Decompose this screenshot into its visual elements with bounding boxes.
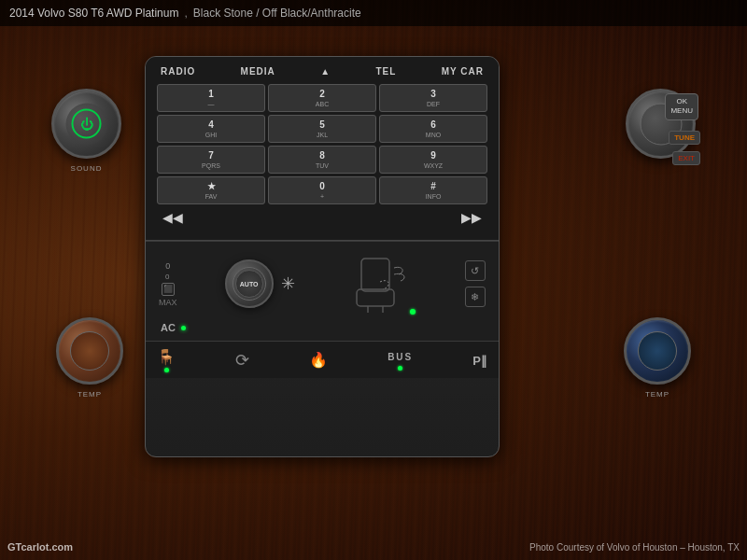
parking-button[interactable]: P‖ bbox=[472, 352, 487, 369]
key-0[interactable]: 0+ bbox=[268, 176, 376, 204]
recirculate-button[interactable]: ↺ bbox=[465, 260, 486, 281]
climate-section: 0 0 ⬛ MAX AUTO bbox=[146, 242, 499, 341]
seat-heat-left-button[interactable]: 🪑 bbox=[157, 348, 176, 372]
auto-label: AUTO bbox=[240, 281, 259, 287]
key-8[interactable]: 8TUV bbox=[268, 146, 376, 174]
left-temp-knob[interactable]: TEMP bbox=[56, 317, 123, 385]
svg-rect-0 bbox=[361, 259, 389, 291]
mycar-button[interactable]: MY CAR bbox=[438, 64, 487, 78]
fan-off-icon: ⬛ bbox=[162, 283, 175, 296]
media-button[interactable]: MEDIA bbox=[237, 64, 279, 78]
knob-inner-left-bottom bbox=[70, 331, 109, 371]
tune-button[interactable]: TUNE bbox=[669, 131, 700, 145]
defrost-button[interactable]: ❄ bbox=[465, 287, 486, 307]
seat-led-right bbox=[410, 309, 416, 315]
volume-knob[interactable]: ⏻ SOUND bbox=[51, 89, 121, 159]
photo-credit: Photo Courtesy of Volvo of Houston – Hou… bbox=[529, 542, 740, 553]
key-2[interactable]: 2ABC bbox=[268, 84, 376, 112]
key-6[interactable]: 6MNO bbox=[379, 115, 487, 143]
seat-svg bbox=[347, 254, 413, 315]
media-controls: ◀◀ ▶▶ bbox=[157, 208, 487, 227]
max-label: 0 bbox=[165, 273, 170, 281]
credit-text: Photo Courtesy of Volvo of Houston – Hou… bbox=[529, 542, 740, 553]
right-temp-label: TEMP bbox=[645, 390, 669, 399]
p-symbol: P‖ bbox=[472, 354, 487, 368]
car-title: 2014 Volvo S80 T6 AWD Platinum bbox=[9, 7, 178, 20]
power-ring: ⏻ bbox=[72, 109, 102, 139]
right-climate-icons: ↺ ❄ bbox=[465, 260, 486, 307]
prev-button[interactable]: ◀◀ bbox=[157, 208, 189, 227]
defrost-bottom-button[interactable]: 🔥 bbox=[309, 351, 328, 369]
eject-button[interactable]: ▲ bbox=[317, 64, 334, 78]
ok-label: OK bbox=[676, 97, 687, 105]
exit-button[interactable]: EXIT bbox=[672, 151, 700, 165]
ac-label: AC bbox=[161, 322, 176, 333]
right-temp-knob[interactable]: TEMP bbox=[624, 317, 691, 385]
bottom-row: 🪑 ⟳ 🔥 BUS P‖ bbox=[146, 342, 499, 378]
control-panel: RADIO MEDIA ▲ TEL MY CAR NAV CAM 1— 2ABC… bbox=[145, 56, 500, 457]
left-temp-label: TEMP bbox=[78, 390, 102, 399]
main-photo: 2014 Volvo S80 T6 AWD Platinum , Black S… bbox=[0, 0, 747, 560]
numpad: 1— 2ABC 3DEF 4GHI 5JKL 6MNO 7PQRS 8TUV 9… bbox=[157, 84, 487, 204]
bus-label: BUS bbox=[388, 352, 413, 362]
seat-heat-left-led bbox=[164, 368, 169, 372]
ac-led bbox=[181, 326, 186, 330]
knob-inner-left-top: ⏻ bbox=[65, 103, 107, 145]
key-9[interactable]: 9WXYZ bbox=[379, 146, 487, 174]
fan-icon: ✳ bbox=[281, 273, 295, 294]
key-hash[interactable]: #INFO bbox=[379, 176, 487, 204]
car-color: Black Stone / Off Black/Anthracite bbox=[193, 7, 361, 20]
knob-inner-right-bottom bbox=[638, 331, 677, 371]
max-text: MAX bbox=[159, 298, 177, 307]
next-button[interactable]: ▶▶ bbox=[456, 208, 487, 227]
key-3[interactable]: 3DEF bbox=[379, 84, 487, 112]
radio-button[interactable]: RADIO bbox=[157, 64, 199, 78]
bus-label-area: BUS bbox=[388, 347, 413, 372]
ac-row: AC bbox=[159, 322, 486, 333]
key-7[interactable]: 7PQRS bbox=[157, 146, 265, 174]
tel-button[interactable]: TEL bbox=[372, 64, 400, 78]
key-star[interactable]: ★FAV bbox=[157, 176, 265, 204]
fan-icon-area: ✳ bbox=[281, 273, 295, 294]
header-separator: , bbox=[184, 7, 187, 20]
header-bar: 2014 Volvo S80 T6 AWD Platinum , Black S… bbox=[0, 0, 747, 26]
key-1[interactable]: 1— bbox=[157, 84, 265, 112]
fan-speed-dial[interactable]: AUTO bbox=[225, 259, 274, 308]
exit-label: EXIT bbox=[678, 154, 695, 162]
tune-label: TUNE bbox=[674, 133, 695, 142]
key-5[interactable]: 5JKL bbox=[268, 115, 376, 143]
ok-menu-button[interactable]: OK MENU bbox=[665, 93, 698, 120]
key-4[interactable]: 4GHI bbox=[157, 115, 265, 143]
zero-label: 0 bbox=[165, 261, 170, 271]
menu-label: MENU bbox=[670, 106, 693, 115]
sound-label: SOUND bbox=[71, 164, 103, 173]
site-name: GTcarlot.com bbox=[7, 541, 73, 553]
recirc-bottom-button[interactable]: ⟳ bbox=[235, 350, 249, 371]
bus-led bbox=[398, 366, 402, 371]
site-watermark: GTcarlot.com bbox=[7, 541, 73, 553]
power-icon: ⏻ bbox=[80, 117, 93, 132]
climate-graphic-area bbox=[343, 251, 417, 316]
auto-button[interactable]: AUTO bbox=[235, 270, 263, 298]
infotainment-section: RADIO MEDIA ▲ TEL MY CAR NAV CAM 1— 2ABC… bbox=[146, 57, 499, 241]
nav-row: RADIO MEDIA ▲ TEL MY CAR bbox=[157, 64, 487, 78]
